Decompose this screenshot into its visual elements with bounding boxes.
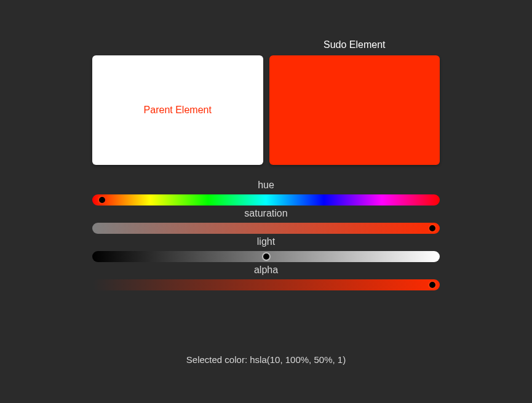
selected-color-prefix: Selected color: [186, 354, 250, 365]
alpha-label: alpha [92, 265, 440, 276]
parent-element-panel: Parent Element [92, 55, 263, 165]
light-slider[interactable] [92, 251, 440, 262]
hue-thumb[interactable] [98, 196, 106, 204]
saturation-slider[interactable] [92, 223, 440, 234]
selected-color-value: hsla(10, 100%, 50%, 1) [250, 354, 346, 365]
alpha-thumb[interactable] [428, 281, 437, 289]
sudo-element-panel: Sudo Element [269, 55, 440, 165]
selected-color-readout: Selected color: hsla(10, 100%, 50%, 1) [0, 354, 532, 365]
saturation-thumb[interactable] [428, 224, 437, 233]
saturation-slider-block: saturation [92, 208, 440, 234]
sudo-element-title: Sudo Element [269, 39, 440, 50]
light-thumb[interactable] [262, 252, 271, 261]
parent-element-label: Parent Element [144, 105, 212, 116]
alpha-slider[interactable] [92, 279, 440, 290]
hue-slider[interactable] [92, 194, 440, 205]
light-label: light [92, 236, 440, 247]
saturation-label: saturation [92, 208, 440, 219]
hue-label: hue [92, 180, 440, 191]
hue-slider-block: hue [92, 180, 440, 205]
alpha-slider-block: alpha [92, 265, 440, 290]
light-slider-block: light [92, 236, 440, 262]
